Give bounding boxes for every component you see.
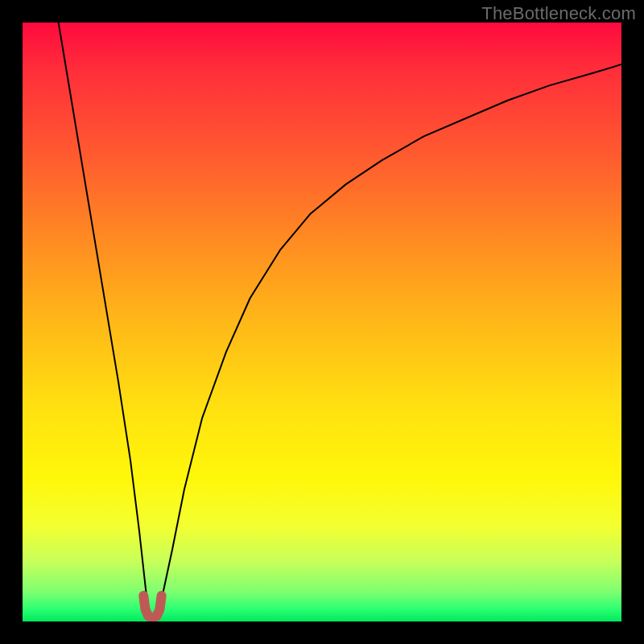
chart-frame: TheBottleneck.com (0, 0, 644, 644)
bottleneck-curve (59, 23, 621, 617)
watermark-text: TheBottleneck.com (481, 3, 636, 24)
chart-svg (23, 23, 621, 621)
curve-group (59, 23, 621, 618)
plot-area (23, 23, 621, 621)
valley-marker (143, 596, 161, 618)
